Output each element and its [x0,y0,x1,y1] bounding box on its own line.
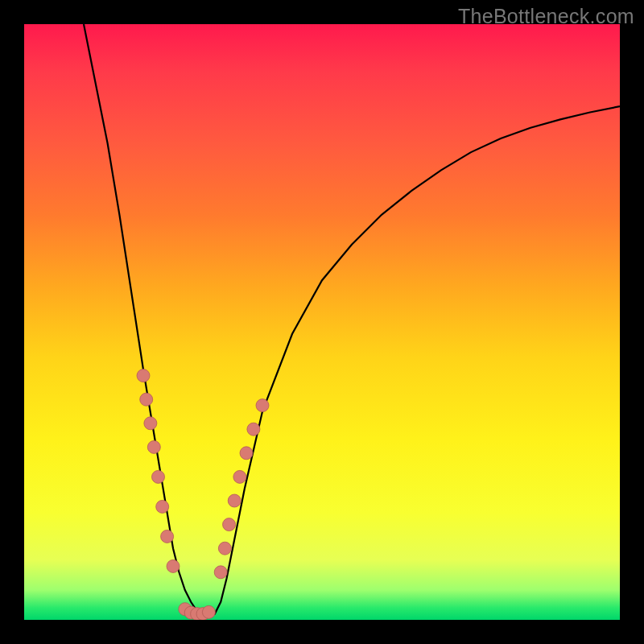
data-dot [228,494,241,507]
data-dot [137,369,150,382]
data-dots [137,369,269,620]
data-dot [218,542,231,555]
data-dot [147,440,160,453]
data-dot [144,417,157,430]
data-dot [214,566,227,579]
data-dot [140,393,153,406]
data-dot [240,447,253,460]
bottleneck-curve [84,24,620,617]
data-dot [256,399,269,412]
curve-svg [24,24,620,620]
v-curve [84,24,620,617]
data-dot [233,470,246,483]
data-dot [202,605,215,618]
chart-frame: TheBottleneck.com [0,0,644,644]
data-dot [156,500,169,513]
data-dot [167,559,180,572]
data-dot [247,423,260,436]
plot-area [24,24,620,620]
data-dot [152,470,165,483]
data-dot [161,530,174,543]
data-dot [223,518,236,531]
